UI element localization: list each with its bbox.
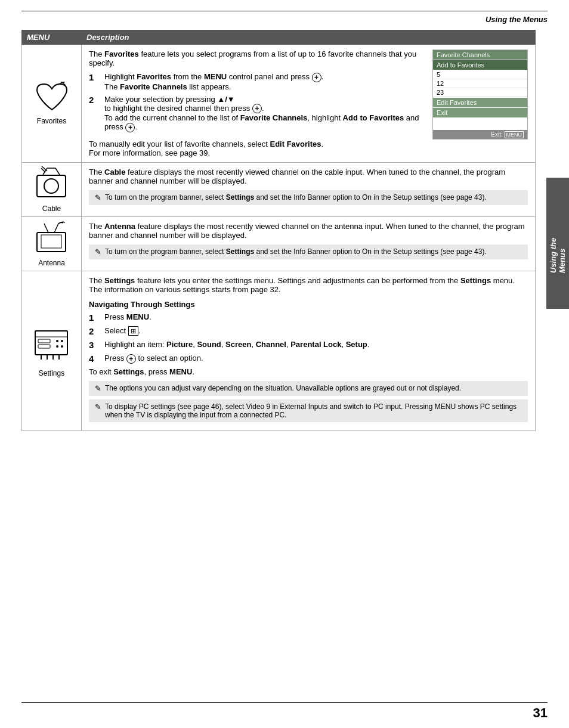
antenna-desc: The Antenna feature displays the most re… <box>82 217 536 271</box>
step-text-2: Make your selection by pressing ▲/▼to hi… <box>104 95 425 132</box>
step-2: 2 Make your selection by pressing ▲/▼to … <box>89 95 425 132</box>
cable-note: ✎ To turn on the program banner, select … <box>89 190 528 205</box>
antenna-note-text: To turn on the program banner, select Se… <box>105 247 487 256</box>
nav-num-2: 2 <box>89 326 100 336</box>
nav-text-1: Press MENU. <box>104 312 151 321</box>
note-icon: ✎ <box>95 193 101 202</box>
settings-icon-inline: ⊞ <box>128 326 138 336</box>
fav-ch5: 5 <box>433 70 527 79</box>
circle-btn-2: + <box>252 104 262 113</box>
antenna-note-icon: ✎ <box>95 247 101 256</box>
antenna-note: ✎ To turn on the program banner, select … <box>89 244 528 259</box>
table-row-antenna: Antenna The Antenna feature displays the… <box>22 217 536 271</box>
settings-desc: The Settings feature lets you enter the … <box>82 271 536 431</box>
cable-desc: The Cable feature displays the most rece… <box>82 163 536 217</box>
step-num-2: 2 <box>89 95 100 105</box>
antenna-main-text: The Antenna feature displays the most re… <box>89 222 528 240</box>
table-row-cable: Cable The Cable feature displays the mos… <box>22 163 536 217</box>
nav-num-3: 3 <box>89 340 100 350</box>
page-header: Using the Menus <box>0 11 569 24</box>
page-number: 31 <box>533 705 548 721</box>
page-container: Using the Menus Using the Menus MENU Des… <box>0 11 569 728</box>
cable-main-text: The Cable feature displays the most rece… <box>89 168 528 185</box>
fav-screen-header: Favorite Channels <box>433 50 527 60</box>
circle-btn-1: + <box>312 73 321 82</box>
svg-point-4 <box>44 179 58 193</box>
svg-rect-15 <box>38 345 50 348</box>
favorites-desc: Favorite Channels Add to Favorites 5 12 … <box>82 45 536 163</box>
step-1: 1 Highlight Favorites from the MENU cont… <box>89 72 425 91</box>
nav-text-3: Highlight an item: Picture, Sound, Scree… <box>104 340 369 349</box>
fav-edit: Edit Favorites <box>433 98 527 107</box>
nav-text-4: Press + to select an option. <box>104 354 203 364</box>
svg-line-11 <box>54 224 58 233</box>
bottom-divider <box>21 702 548 703</box>
fav-ch23: 23 <box>433 88 527 97</box>
col-desc-header: Description <box>82 30 536 45</box>
nav-text-2: Select ⊞. <box>104 326 140 335</box>
favorites-icon-cell: Favorites <box>22 45 82 163</box>
antenna-icon-cell: Antenna <box>22 217 82 271</box>
antenna-icon: Antenna <box>27 221 76 267</box>
antenna-label: Antenna <box>38 259 65 267</box>
settings-note-text-2: To display PC settings (see page 46), se… <box>105 402 522 419</box>
svg-rect-13 <box>35 331 67 337</box>
fav-add: Add to Favorites <box>433 60 527 70</box>
svg-rect-14 <box>38 339 50 343</box>
settings-label: Settings <box>39 369 64 377</box>
cable-note-text: To turn on the program banner, select Se… <box>105 193 487 202</box>
page-title: Using the Menus <box>485 15 548 24</box>
favorites-icon: Favorites <box>27 82 76 125</box>
fav-ch12: 12 <box>433 79 527 88</box>
cable-icon-cell: Cable <box>22 163 82 217</box>
svg-rect-9 <box>41 235 61 248</box>
settings-icon: Settings <box>27 325 76 377</box>
favorites-footer: To manually edit your list of favorite c… <box>89 140 528 157</box>
table-row-settings: Settings The Settings feature lets you e… <box>22 271 536 431</box>
nav-num-4: 4 <box>89 354 100 364</box>
step-num-1: 1 <box>89 72 100 82</box>
fav-exit: Exit <box>433 108 527 117</box>
svg-point-17 <box>61 340 63 342</box>
table-row-favorites: Favorites Favorite Channels Add to Favor… <box>22 45 536 163</box>
settings-note-icon-1: ✎ <box>95 384 101 393</box>
cable-label: Cable <box>42 205 61 213</box>
fav-exit-bar: Exit: MENU <box>433 130 527 139</box>
nav-step-1: 1 Press MENU. <box>89 312 528 323</box>
side-label: Using the Menus <box>546 178 569 309</box>
settings-note-2: ✎ To display PC settings (see page 46), … <box>89 399 528 422</box>
nav-num-1: 1 <box>89 312 100 323</box>
col-menu-header: MENU <box>22 30 82 45</box>
nav-step-2: 2 Select ⊞. <box>89 326 528 336</box>
svg-line-10 <box>44 224 48 233</box>
settings-note-icon-2: ✎ <box>95 402 101 419</box>
circle-btn-3: + <box>125 123 135 132</box>
svg-line-6 <box>55 168 60 175</box>
svg-point-19 <box>61 345 63 348</box>
settings-note-1: ✎ The options you can adjust vary depend… <box>89 381 528 396</box>
settings-icon-cell: Settings <box>22 271 82 431</box>
cable-icon: Cable <box>27 166 76 213</box>
svg-point-16 <box>56 340 58 342</box>
favorites-screenshot: Favorite Channels Add to Favorites 5 12 … <box>432 49 528 140</box>
settings-exit-text: To exit Settings, press MENU. <box>89 367 528 376</box>
favorites-label: Favorites <box>37 117 66 125</box>
nav-settings-heading: Navigating Through Settings <box>89 300 528 309</box>
settings-note-text-1: The options you can adjust vary dependin… <box>105 384 461 393</box>
nav-step-3: 3 Highlight an item: Picture, Sound, Scr… <box>89 340 528 350</box>
main-content: MENU Description <box>21 30 548 431</box>
nav-settings-steps: 1 Press MENU. 2 Select ⊞. 3 Highlight an… <box>89 312 528 364</box>
menu-table: MENU Description <box>21 30 536 431</box>
step-text-1: Highlight Favorites from the MENU contro… <box>104 72 323 91</box>
nav-step-4: 4 Press + to select an option. <box>89 354 528 364</box>
circle-btn-nav: + <box>126 354 136 364</box>
settings-main-text: The Settings feature lets you enter the … <box>89 276 528 294</box>
svg-point-18 <box>56 345 58 348</box>
